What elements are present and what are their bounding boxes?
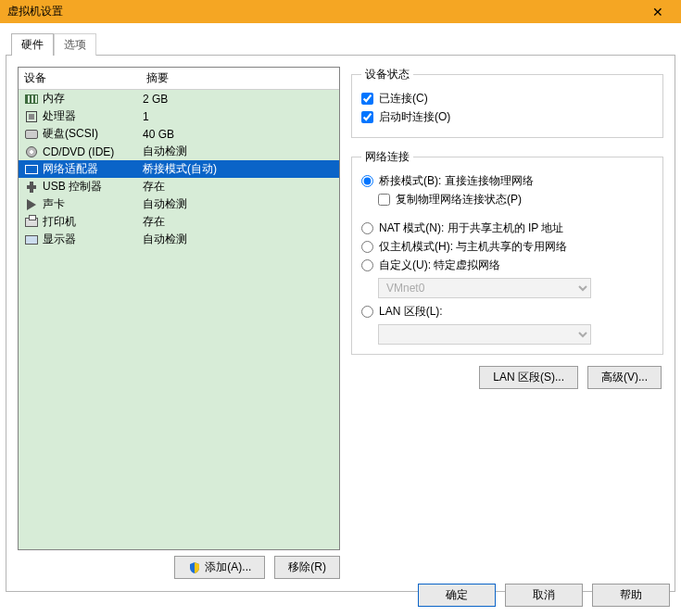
nat-label: NAT 模式(N): 用于共享主机的 IP 地址 xyxy=(379,220,563,236)
remove-device-button[interactable]: 移除(R) xyxy=(274,556,340,579)
bridged-input[interactable] xyxy=(361,175,373,187)
device-name: 处理器 xyxy=(43,108,76,124)
nat-radio[interactable]: NAT 模式(N): 用于共享主机的 IP 地址 xyxy=(361,220,653,236)
device-summary: 自动检测 xyxy=(143,196,334,212)
device-row[interactable]: 网络适配器桥接模式(自动) xyxy=(19,160,339,178)
shield-icon xyxy=(188,561,201,574)
device-list[interactable]: 设备 摘要 内存2 GB处理器1硬盘(SCSI)40 GBCD/DVD (IDE… xyxy=(18,67,340,550)
device-row[interactable]: 硬盘(SCSI)40 GB xyxy=(19,125,339,143)
device-row[interactable]: 内存2 GB xyxy=(19,90,339,107)
bridged-radio[interactable]: 桥接模式(B): 直接连接物理网络 xyxy=(361,173,653,189)
ok-button[interactable]: 确定 xyxy=(418,584,496,607)
network-connection-legend: 网络连接 xyxy=(361,149,413,165)
custom-network-select[interactable]: VMnet0 xyxy=(378,278,591,298)
device-summary: 存在 xyxy=(143,214,334,230)
title-bar: 虚拟机设置 ✕ xyxy=(0,0,681,23)
sound-icon xyxy=(24,197,39,212)
connect-at-power-label: 启动时连接(O) xyxy=(379,109,450,125)
connected-checkbox[interactable]: 已连接(C) xyxy=(361,91,653,107)
device-summary: 1 xyxy=(143,110,334,123)
device-row[interactable]: 打印机存在 xyxy=(19,213,339,231)
lanseg-input[interactable] xyxy=(361,306,373,318)
hostonly-label: 仅主机模式(H): 与主机共享的专用网络 xyxy=(379,239,567,255)
tab-hardware[interactable]: 硬件 xyxy=(11,33,54,56)
device-name: CD/DVD (IDE) xyxy=(43,145,114,158)
advanced-label: 高级(V)... xyxy=(601,370,648,385)
device-summary: 2 GB xyxy=(143,93,334,106)
lan-segments-button[interactable]: LAN 区段(S)... xyxy=(479,366,578,389)
memory-icon xyxy=(24,92,39,107)
cancel-button[interactable]: 取消 xyxy=(505,584,583,607)
replicate-checkbox[interactable]: 复制物理网络连接状态(P) xyxy=(378,192,653,207)
device-row[interactable]: USB 控制器存在 xyxy=(19,178,339,195)
device-summary: 存在 xyxy=(143,179,334,195)
connect-at-power-input[interactable] xyxy=(361,111,373,123)
device-summary: 自动检测 xyxy=(143,232,334,247)
device-summary: 自动检测 xyxy=(143,144,334,159)
network-connection-group: 网络连接 桥接模式(B): 直接连接物理网络 复制物理网络连接状态(P) NAT… xyxy=(351,149,663,355)
left-pane: 设备 摘要 内存2 GB处理器1硬盘(SCSI)40 GBCD/DVD (IDE… xyxy=(18,67,340,580)
cancel-label: 取消 xyxy=(533,587,555,603)
ok-label: 确定 xyxy=(446,587,468,603)
cd-icon xyxy=(24,145,39,159)
lan-segments-label: LAN 区段(S)... xyxy=(493,370,564,385)
dialog-body: 硬件 选项 设备 摘要 内存2 GB处理器1硬盘(SCSI)40 GBCD/DV… xyxy=(0,23,681,616)
hdd-icon xyxy=(24,127,39,142)
close-button[interactable]: ✕ xyxy=(644,0,672,23)
advanced-button[interactable]: 高级(V)... xyxy=(587,366,662,389)
device-name: 声卡 xyxy=(43,196,65,212)
add-device-label: 添加(A)... xyxy=(205,559,251,575)
device-name: 打印机 xyxy=(43,214,76,230)
network-icon xyxy=(24,162,39,177)
window-title: 虚拟机设置 xyxy=(7,4,63,19)
printer-icon xyxy=(24,215,39,230)
connected-input[interactable] xyxy=(361,93,373,105)
tab-options[interactable]: 选项 xyxy=(54,33,96,56)
add-device-button[interactable]: 添加(A)... xyxy=(174,556,265,579)
device-summary: 40 GB xyxy=(143,128,334,141)
hostonly-radio[interactable]: 仅主机模式(H): 与主机共享的专用网络 xyxy=(361,239,653,255)
col-summary: 摘要 xyxy=(146,70,169,86)
col-device: 设备 xyxy=(24,70,146,86)
device-name: 硬盘(SCSI) xyxy=(43,126,98,142)
replicate-label: 复制物理网络连接状态(P) xyxy=(396,192,522,207)
connected-label: 已连接(C) xyxy=(379,91,428,107)
device-summary: 桥接模式(自动) xyxy=(143,161,334,177)
device-status-legend: 设备状态 xyxy=(361,67,413,82)
custom-radio[interactable]: 自定义(U): 特定虚拟网络 xyxy=(361,258,653,273)
device-name: 显示器 xyxy=(43,232,76,247)
monitor-icon xyxy=(24,233,39,247)
device-row[interactable]: CD/DVD (IDE)自动检测 xyxy=(19,143,339,160)
nat-input[interactable] xyxy=(361,222,373,234)
device-status-group: 设备状态 已连接(C) 启动时连接(O) xyxy=(351,67,663,138)
device-row[interactable]: 处理器1 xyxy=(19,107,339,125)
device-name: USB 控制器 xyxy=(43,179,102,195)
lanseg-select[interactable] xyxy=(378,324,591,345)
usb-icon xyxy=(24,180,39,195)
lanseg-radio[interactable]: LAN 区段(L): xyxy=(361,304,653,320)
device-row[interactable]: 声卡自动检测 xyxy=(19,195,339,213)
device-name: 内存 xyxy=(43,91,65,107)
device-row[interactable]: 显示器自动检测 xyxy=(19,231,339,248)
help-label: 帮助 xyxy=(620,587,642,603)
connect-at-power-checkbox[interactable]: 启动时连接(O) xyxy=(361,109,653,125)
custom-label: 自定义(U): 特定虚拟网络 xyxy=(379,258,500,273)
custom-input[interactable] xyxy=(361,259,373,271)
replicate-input[interactable] xyxy=(378,194,390,206)
tabstrip: 硬件 选项 xyxy=(6,32,675,55)
cpu-icon xyxy=(24,109,39,124)
remove-device-label: 移除(R) xyxy=(288,559,326,575)
help-button[interactable]: 帮助 xyxy=(592,584,670,607)
lanseg-label: LAN 区段(L): xyxy=(379,304,443,320)
bridged-label: 桥接模式(B): 直接连接物理网络 xyxy=(379,173,534,189)
right-pane: 设备状态 已连接(C) 启动时连接(O) 网络连接 桥接模式(B): 直接连接物… xyxy=(351,67,663,580)
device-name: 网络适配器 xyxy=(43,161,98,177)
tab-panel: 设备 摘要 内存2 GB处理器1硬盘(SCSI)40 GBCD/DVD (IDE… xyxy=(6,55,675,592)
hostonly-input[interactable] xyxy=(361,241,373,253)
dialog-footer: 确定 取消 帮助 xyxy=(418,584,670,607)
device-list-header: 设备 摘要 xyxy=(19,68,339,90)
